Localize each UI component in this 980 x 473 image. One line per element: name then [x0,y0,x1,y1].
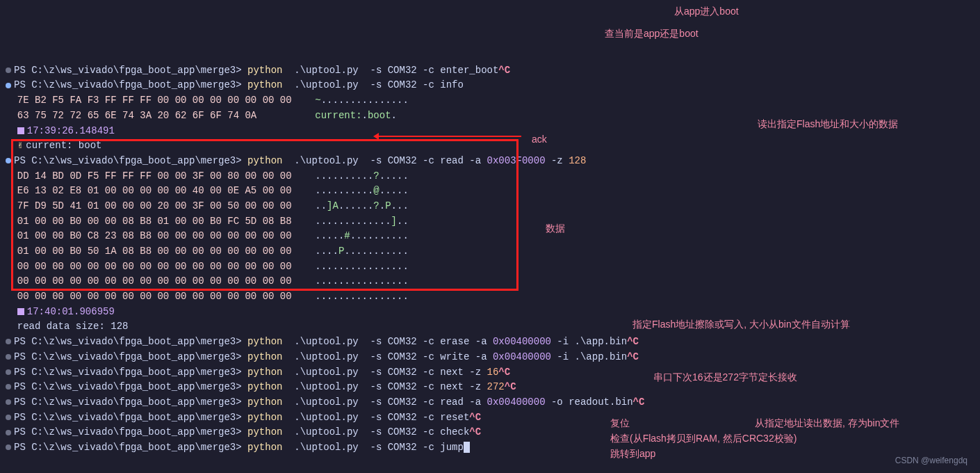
python-cmd: python [247,155,282,166]
bullet-icon [6,339,11,344]
prompt: PS C:\z\ws_vivado\fpga_boot_app\merge3> [14,351,247,362]
python-cmd: python [247,412,282,423]
hex-row: 00 00 00 00 00 00 00 00 00 00 00 00 00 0… [17,275,292,287]
timestamp: 17:39:26.148491 [27,125,115,136]
bullet-icon [6,83,11,88]
bullet-icon [6,67,11,73]
python-cmd: python [247,367,282,378]
annotation-data: 数据 [546,221,565,236]
ctrl-c: ^C [627,351,639,362]
python-cmd: python [247,336,282,347]
prompt: PS C:\z\ws_vivado\fpga_boot_app\merge3> [14,442,247,453]
annotation-enter-boot: 从app进入boot [674,4,739,19]
square-icon [17,127,24,134]
python-cmd: python [247,351,282,362]
prompt: PS C:\z\ws_vivado\fpga_boot_app\merge3> [14,396,247,408]
bullet-icon [6,158,11,163]
timestamp: 17:40:01.906959 [27,306,115,317]
prompt: PS C:\z\ws_vivado\fpga_boot_app\merge3> [14,381,247,392]
annotation-next: 串口下次16还是272字节定长接收 [653,370,797,385]
python-cmd: python [247,79,282,90]
square-icon [17,308,24,315]
bullet-icon [6,399,11,405]
annotation-erase: 指定Flash地址擦除或写入, 大小从bin文件自动计算 [632,317,850,332]
annotation-jump: 跳转到app [610,447,655,462]
hex-row: 00 00 00 00 00 00 00 00 00 00 00 00 00 0… [17,291,292,302]
python-cmd: python [247,396,282,408]
annotation-read: 读出指定Flash地址和大小的数据 [758,117,898,132]
ctrl-c: ^C [505,381,516,392]
prompt: PS C:\z\ws_vivado\fpga_boot_app\merge3> [14,79,247,90]
hex-row: 01 00 00 B0 50 1A 08 B8 00 00 00 00 00 0… [17,246,292,257]
annotation-ack: ack [532,132,547,147]
prompt: PS C:\z\ws_vivado\fpga_boot_app\merge3> [14,367,247,378]
hex-row: 00 00 00 00 00 00 00 00 00 00 00 00 00 0… [17,261,292,272]
annotation-readout: 从指定地址读出数据, 存为bin文件 [755,416,899,431]
bullet-icon [6,444,11,450]
python-cmd: python [247,442,282,453]
hex-row: 7F D9 5D 41 01 00 00 00 20 00 3F 00 50 0… [17,200,292,211]
hex-row: 01 00 00 B0 C8 23 08 B8 00 00 00 00 00 0… [17,230,292,241]
ctrl-c: ^C [469,426,481,438]
bullet-icon [6,415,11,420]
hex-row: DD 14 BD 0D F5 FF FF FF 00 00 3F 00 80 0… [17,170,292,182]
ctrl-c: ^C [633,396,645,408]
prompt: PS C:\z\ws_vivado\fpga_boot_app\merge3> [14,155,247,166]
hex-row: 01 00 00 B0 00 00 08 B8 01 00 00 B0 FC 5… [17,216,292,227]
bullet-icon [6,384,11,390]
hex-row: E6 13 02 E8 01 00 00 00 00 00 40 00 0E A… [17,185,292,196]
ctrl-c: ^C [469,412,481,423]
python-cmd: python [247,65,282,76]
prompt: PS C:\z\ws_vivado\fpga_boot_app\merge3> [14,426,247,438]
hex-row: 7E B2 F5 FA F3 FF FF FF 00 00 00 00 00 0… [17,95,292,106]
hex-row: 63 75 72 72 65 6E 74 3A 20 62 6F 6F 74 0… [17,110,256,121]
bullet-icon [6,354,11,360]
prompt: PS C:\z\ws_vivado\fpga_boot_app\merge3> [14,336,247,347]
ctrl-c: ^C [498,367,510,378]
bullet-icon [6,430,11,435]
prompt: PS C:\z\ws_vivado\fpga_boot_app\merge3> [14,65,247,76]
prompt: PS C:\z\ws_vivado\fpga_boot_app\merge3> [14,412,247,423]
annotation-info: 查当前是app还是boot [605,26,699,42]
victory-icon: ✌ [17,140,23,151]
watermark: CSDN @weifengdq [895,454,967,467]
read-size: read data size: 128 [17,321,129,332]
bullet-icon [6,369,11,375]
python-cmd: python [247,381,282,392]
python-cmd: python [247,426,282,438]
annotation-check: 检查(从Flash拷贝到RAM, 然后CRC32校验) [610,431,797,447]
ctrl-c: ^C [498,65,510,76]
annotation-reset: 复位 [610,416,630,431]
cursor[interactable] [464,442,470,453]
ctrl-c: ^C [627,336,639,347]
ack-arrow [375,136,521,137]
